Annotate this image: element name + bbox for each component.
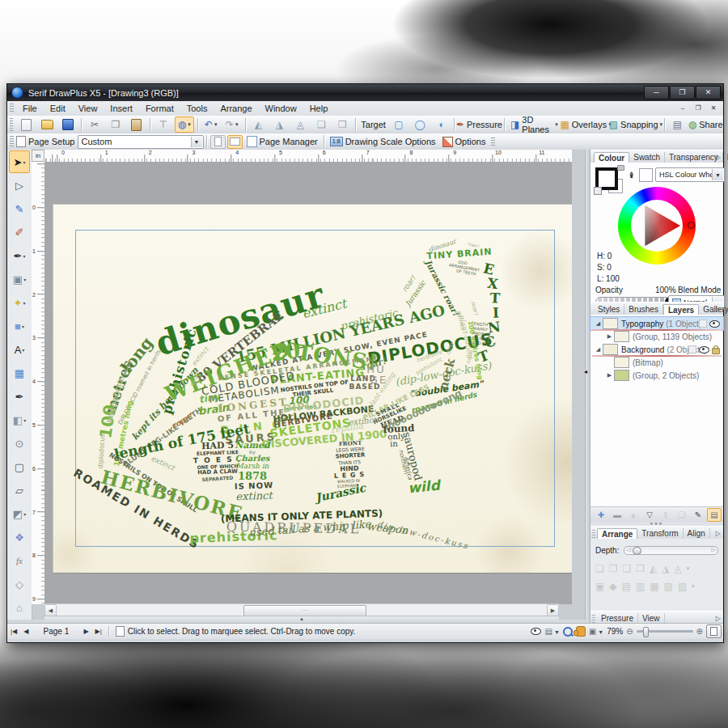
menu-file[interactable]: File [16, 102, 44, 115]
landscape-button[interactable] [227, 135, 243, 149]
target-rounded-rect-button[interactable]: ▢ [389, 116, 408, 133]
print-button[interactable]: ▤ [667, 116, 687, 133]
quality-button[interactable]: ▣▼ [589, 627, 603, 636]
zoom-slider[interactable] [637, 630, 693, 633]
flip-horizontal-button[interactable]: ◭ [248, 116, 268, 133]
layer-thumbnail[interactable] [614, 370, 629, 381]
chevron-down-icon[interactable]: ▾ [687, 565, 690, 572]
close-button[interactable]: ✕ [696, 86, 721, 99]
layer-row-background[interactable]: ◢Background(2 Objects) [590, 343, 723, 356]
chevron-down-icon[interactable]: ▼ [712, 169, 723, 180]
layer-lock-icon[interactable] [712, 348, 720, 354]
menu-arrange[interactable]: Arrange [214, 102, 258, 115]
layer-thumbnail[interactable] [603, 318, 618, 329]
page-setup-label[interactable]: Page Setup [28, 137, 75, 146]
portrait-button[interactable] [210, 135, 226, 149]
layer-thumbnail[interactable] [603, 344, 618, 355]
undo-button[interactable]: ↶▾ [201, 116, 221, 133]
next-page-button[interactable]: ▶ [80, 628, 91, 635]
chevron-down-icon[interactable]: ▼ [191, 137, 202, 147]
zoom-tool-icon[interactable] [563, 627, 573, 637]
layer-thumbnail[interactable] [614, 357, 629, 368]
scroll-left-button[interactable]: ◀ [44, 604, 57, 616]
cut-button[interactable]: ✂ [85, 116, 104, 133]
perspective-tool[interactable]: ▱ [9, 479, 30, 502]
flood-fill-tool[interactable]: ⌂ [9, 596, 30, 619]
arrange-order-button[interactable]: ◬ [675, 563, 682, 574]
pencil-tool[interactable]: ✎ [9, 197, 30, 220]
layer-edit-icon[interactable] [699, 320, 707, 328]
zoom-percentage[interactable]: 79% [607, 627, 623, 636]
move-to-layer-button[interactable]: ⇕ [658, 508, 673, 522]
horizontal-ruler[interactable]: 01234567891011 [44, 150, 572, 163]
maximize-button[interactable]: ❐ [670, 86, 695, 99]
arrange-order-button[interactable]: ◮ [662, 563, 669, 574]
layers-tab-brushes[interactable]: Brushes [624, 304, 663, 315]
hyperlink-button[interactable]: ◍▾ [175, 116, 194, 133]
add-layer-button[interactable]: ✚ [594, 508, 608, 522]
arrange-tab-transform[interactable]: Transform [637, 528, 683, 539]
drawing-scale-options-button[interactable]: 1:8 Drawing Scale Options [328, 133, 438, 150]
arrange-tab-arrange[interactable]: Arrange [597, 528, 637, 540]
layer-visibility-icon[interactable] [709, 320, 720, 328]
flip-vertical-button[interactable]: ◮ [269, 116, 289, 133]
arrange-convert-button[interactable]: ▣ [595, 581, 604, 592]
node-edit-tool[interactable]: ▷ [9, 174, 30, 197]
chevron-down-icon[interactable]: ▾ [692, 583, 695, 590]
overlays-button[interactable]: ▦Overlays▾ [562, 116, 610, 133]
picture-tool[interactable]: ▦ [9, 362, 30, 384]
depth-slider[interactable]: ◁▷ [624, 546, 718, 555]
arrange-convert-button[interactable]: ▧ [664, 581, 673, 592]
panel-chevron-icon[interactable]: ▷ [716, 306, 721, 313]
rotate-tool[interactable]: ⊙ [9, 432, 30, 455]
layer-name[interactable]: (Bitmap) [633, 358, 663, 367]
fit-page-button[interactable] [706, 624, 722, 638]
mesh-warp-tool[interactable]: ◩▾ [9, 502, 30, 525]
title-bar[interactable]: Serif DrawPlus X5 - [Drawing3 (RGB)] ─ ❐… [7, 84, 723, 101]
colour-tab-transparency[interactable]: Transparency [665, 152, 723, 163]
filter-effects-tool[interactable]: fx [9, 549, 30, 572]
menu-insert[interactable]: Insert [104, 102, 139, 115]
open-button[interactable] [37, 116, 57, 133]
arrange-convert-button[interactable]: ▦ [650, 581, 658, 592]
layer-name[interactable]: Background [621, 345, 664, 354]
mdi-minimize-button[interactable]: – [676, 103, 689, 113]
layer-row--bitmap-[interactable]: (Bitmap) [590, 356, 723, 369]
rotate-button[interactable]: ◬ [290, 116, 310, 133]
depth-knob[interactable] [633, 547, 641, 555]
paste-button[interactable] [127, 116, 146, 133]
pan-tool-icon[interactable] [576, 626, 586, 637]
arrange-order-button[interactable]: ◭ [650, 563, 657, 574]
menu-format[interactable]: Format [139, 102, 180, 115]
text-tool[interactable]: A▾ [9, 338, 30, 361]
zoom-knob[interactable] [643, 627, 649, 637]
layer-edit-icon[interactable] [688, 345, 696, 353]
panel-chevron-icon[interactable]: ▷ [716, 615, 721, 622]
paintbrush-tool[interactable]: ✐ [9, 221, 30, 243]
menu-view[interactable]: View [72, 102, 104, 115]
page-preset-select[interactable]: Custom ▼ [78, 135, 204, 149]
arrange-order-button[interactable]: ❏ [595, 563, 604, 574]
redo-button[interactable]: ↷▾ [222, 116, 242, 133]
dinosaur-typography-artwork[interactable]: longmetres100diplodocusDIPLODOCID roamed… [53, 205, 572, 573]
layer-expander-icon[interactable]: ▶ [605, 333, 614, 340]
ungroup-button[interactable]: ❒ [332, 116, 352, 133]
arrange-convert-button[interactable]: ▥ [636, 581, 645, 592]
new-button[interactable] [16, 116, 36, 133]
colour-mode-select[interactable]: HSL Colour Wheel ▼ [655, 167, 725, 182]
scroll-right-button[interactable]: ▶ [547, 604, 559, 616]
gradient-fill-tool[interactable]: ◧▾ [9, 408, 30, 431]
preview-eye-icon[interactable] [531, 628, 541, 635]
first-page-button[interactable]: |◀ [7, 628, 20, 635]
arrange-convert-button[interactable]: ▨ [678, 581, 687, 592]
eyedropper-icon[interactable]: ✒ [626, 171, 637, 179]
colour-tab-line[interactable]: Line [723, 152, 728, 163]
menu-tools[interactable]: Tools [180, 102, 214, 115]
pen-tool[interactable]: ✒▾ [9, 244, 30, 267]
layer-thumbnail[interactable] [614, 331, 629, 342]
layers-tab-gallery[interactable]: Gallery [699, 304, 728, 315]
layer-visibility-icon[interactable] [699, 346, 709, 353]
layer-expander-icon[interactable]: ◢ [594, 320, 603, 327]
eyedropper-tool[interactable]: ✒ [9, 385, 30, 408]
mdi-restore-button[interactable]: ❐ [692, 103, 705, 113]
